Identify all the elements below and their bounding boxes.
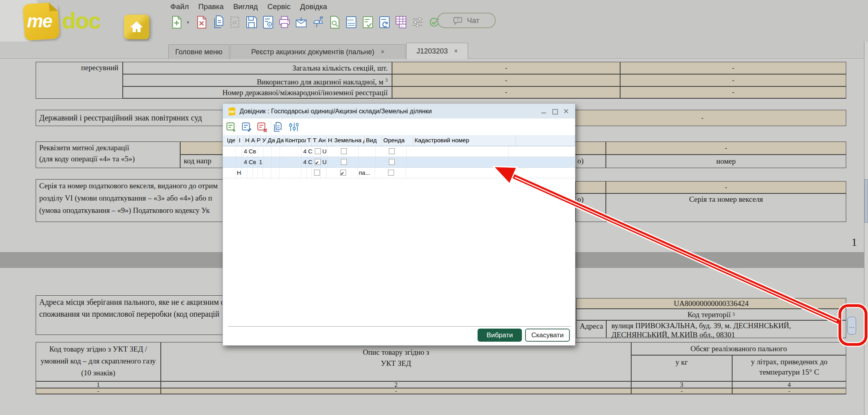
checkbox[interactable]: [340, 170, 346, 176]
col-header[interactable]: Р: [255, 135, 261, 146]
form-editor-icon[interactable]: form: [345, 15, 357, 30]
scrollbar-thumb[interactable]: [864, 179, 868, 223]
print-icon[interactable]: [278, 15, 291, 30]
minimize-icon[interactable]: [541, 109, 546, 114]
tab-close-icon[interactable]: ×: [381, 48, 384, 55]
calculator-icon[interactable]: +=: [395, 15, 407, 30]
checkbox[interactable]: [315, 148, 321, 154]
address-more-button[interactable]: …: [847, 317, 856, 335]
menu-file[interactable]: Файл: [170, 2, 189, 11]
cell-filler: [509, 157, 575, 167]
cell: [359, 157, 376, 167]
goods-col1-line3: (10 знаків): [36, 365, 160, 377]
cell: Св: [248, 157, 253, 167]
receive-envelope-icon[interactable]: [295, 15, 307, 30]
tab-close-icon[interactable]: ×: [454, 48, 458, 55]
cell: Св: [248, 146, 253, 157]
column-settings-icon[interactable]: [288, 122, 299, 132]
promissory-top-frag-cell: [575, 181, 606, 193]
duplicate-x2-icon[interactable]: x2: [228, 15, 241, 30]
col-header[interactable]: Оренда: [382, 135, 413, 146]
goods-colnum: 4: [732, 381, 846, 388]
col-header[interactable]: Н: [327, 135, 333, 146]
maximize-icon[interactable]: [552, 109, 558, 114]
menu-view[interactable]: Вигляд: [233, 2, 258, 11]
checkbox[interactable]: [389, 159, 395, 165]
dialog-title-bar[interactable]: me Довідник : Господарські одиниці/Акциз…: [223, 104, 575, 119]
tab-main-menu[interactable]: Головне меню: [168, 44, 229, 59]
row-label: Загальна кількість секцій, шт.: [123, 62, 392, 74]
cell: 4: [242, 146, 248, 157]
close-icon[interactable]: ✕: [563, 109, 569, 114]
tab-excise-register[interactable]: Реєстр акцизних документів (пальне) ×: [230, 44, 405, 59]
cell: [263, 168, 271, 178]
goods-dash: -: [36, 388, 161, 394]
col-header[interactable]: Земельна діл: [333, 135, 365, 146]
promissory-frag-cell: о): [575, 193, 606, 222]
add-record-icon[interactable]: [226, 122, 237, 132]
col-header[interactable]: І: [238, 135, 244, 146]
table-row[interactable]: 4 Св 4 С U: [223, 146, 575, 157]
customs-number-label: номер: [606, 155, 846, 168]
col-header[interactable]: Кадастровий номер: [413, 135, 516, 146]
svg-text:+=: +=: [401, 25, 404, 28]
col-header[interactable]: А: [250, 135, 255, 146]
row-label: Використано для акцизної накладної, м 3: [123, 74, 392, 86]
col-header[interactable]: Т: [306, 135, 312, 146]
new-document-icon[interactable]: [170, 15, 183, 30]
checklist-icon[interactable]: [362, 15, 374, 30]
home-icon: [129, 20, 144, 34]
save-icon[interactable]: [245, 15, 257, 30]
goods-colnum: 1: [36, 381, 161, 388]
col-header[interactable]: Да: [266, 135, 275, 146]
home-button[interactable]: [124, 15, 149, 39]
checkbox[interactable]: [388, 170, 394, 176]
table-row-selected[interactable]: 4 Св 1 4 С U: [223, 157, 575, 168]
checkbox[interactable]: [341, 148, 347, 154]
document-search-icon[interactable]: [328, 15, 341, 30]
vertical-scrollbar[interactable]: [864, 42, 868, 415]
checkbox[interactable]: [389, 148, 395, 154]
row-value: -: [620, 86, 846, 99]
cell: [306, 168, 312, 178]
col-header[interactable]: Н: [244, 135, 250, 146]
checkbox[interactable]: [341, 159, 347, 165]
delete-document-icon[interactable]: [195, 15, 207, 30]
cell: [407, 157, 509, 167]
chat-bubble-icon: ?: [453, 16, 464, 25]
col-header[interactable]: Да: [275, 135, 284, 146]
filter-sliders-icon[interactable]: [411, 15, 424, 30]
menu-service[interactable]: Сервіс: [267, 2, 291, 11]
checkbox[interactable]: [314, 170, 320, 176]
customs-label-cell: Реквізити митної декларації (для коду оп…: [36, 142, 180, 168]
menu-bar: Файл Правка Вигляд Сервіс Довідка: [170, 1, 327, 12]
chat-button[interactable]: ? Чат: [437, 13, 496, 28]
col-header[interactable]: У: [261, 135, 266, 146]
menu-edit[interactable]: Правка: [198, 2, 224, 11]
goods-col1-header: Код товару згідно з УКТ ЗЕД / умовний ко…: [36, 342, 161, 381]
edit-record-icon[interactable]: [242, 122, 252, 132]
cancel-button[interactable]: Скасувати: [525, 329, 570, 342]
menu-help[interactable]: Довідка: [300, 2, 327, 11]
col-header[interactable]: Ан: [317, 135, 327, 146]
copy-document-icon[interactable]: [212, 15, 224, 30]
col-header[interactable]: Контроль: [284, 135, 306, 146]
delete-record-icon[interactable]: [257, 122, 268, 132]
new-document-dropdown-icon[interactable]: ▾: [187, 15, 191, 30]
table-row[interactable]: Н па...: [223, 168, 575, 178]
cell-filler: [508, 168, 575, 178]
cell: [258, 168, 263, 178]
tab-j1203203[interactable]: J1203203 ×: [406, 43, 468, 59]
document-properties-icon[interactable]: [262, 15, 274, 30]
mailbox-icon[interactable]: [312, 15, 324, 30]
copy-record-icon[interactable]: [272, 122, 283, 132]
col-header[interactable]: Вид: [365, 135, 382, 146]
document-refresh-icon[interactable]: [378, 15, 390, 30]
col-header[interactable]: Т: [312, 135, 317, 146]
col-header[interactable]: Іде: [225, 135, 238, 146]
cell: Н: [236, 168, 242, 178]
territory-superscript: 5: [733, 312, 735, 317]
cell: [236, 157, 242, 167]
checkbox[interactable]: [315, 159, 321, 165]
select-button[interactable]: Вибрати: [478, 329, 522, 342]
